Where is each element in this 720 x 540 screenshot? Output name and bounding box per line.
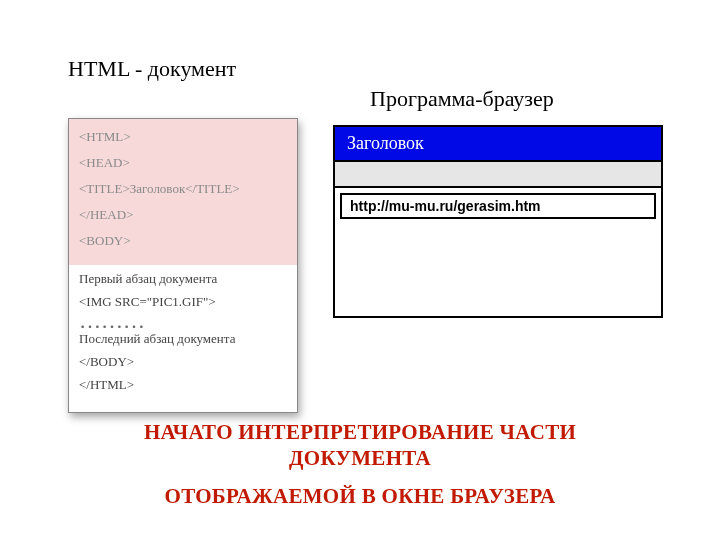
code-line: </HTML> xyxy=(79,377,287,393)
browser-addressbar[interactable]: http://mu-mu.ru/gerasim.htm xyxy=(340,193,656,219)
code-line: Первый абзац документа xyxy=(79,271,287,287)
code-line: </BODY> xyxy=(79,354,287,370)
code-highlight-block: <HTML> <HEAD> <TITLE>Заголовок</TITLE> <… xyxy=(69,119,297,265)
code-ellipsis: ……… xyxy=(79,317,287,325)
caption-line-3: ОТОБРАЖАЕМОЙ В ОКНЕ БРАУЗЕРА xyxy=(0,484,720,509)
code-panel: <HTML> <HEAD> <TITLE>Заголовок</TITLE> <… xyxy=(68,118,298,413)
heading-html-document: HTML - документ xyxy=(68,56,236,82)
caption-line-2: ДОКУМЕНТА xyxy=(0,446,720,471)
code-line: <HTML> xyxy=(79,129,287,145)
browser-viewport xyxy=(335,224,661,316)
browser-toolbar xyxy=(335,160,661,188)
browser-window: Заголовок http://mu-mu.ru/gerasim.htm xyxy=(333,125,663,318)
code-line: <BODY> xyxy=(79,233,287,249)
code-line: </HEAD> xyxy=(79,207,287,223)
code-line: Последний абзац документа xyxy=(79,331,287,347)
browser-titlebar: Заголовок xyxy=(335,127,661,160)
heading-browser: Программа-браузер xyxy=(370,86,554,112)
caption-line-1: НАЧАТО ИНТЕРПРЕТИРОВАНИЕ ЧАСТИ xyxy=(0,420,720,445)
code-line: <TITLE>Заголовок</TITLE> xyxy=(79,181,287,197)
browser-addressbar-wrap: http://mu-mu.ru/gerasim.htm xyxy=(335,188,661,224)
code-line: <HEAD> xyxy=(79,155,287,171)
code-body-block: Первый абзац документа <IMG SRC="PIC1.GI… xyxy=(69,265,297,412)
